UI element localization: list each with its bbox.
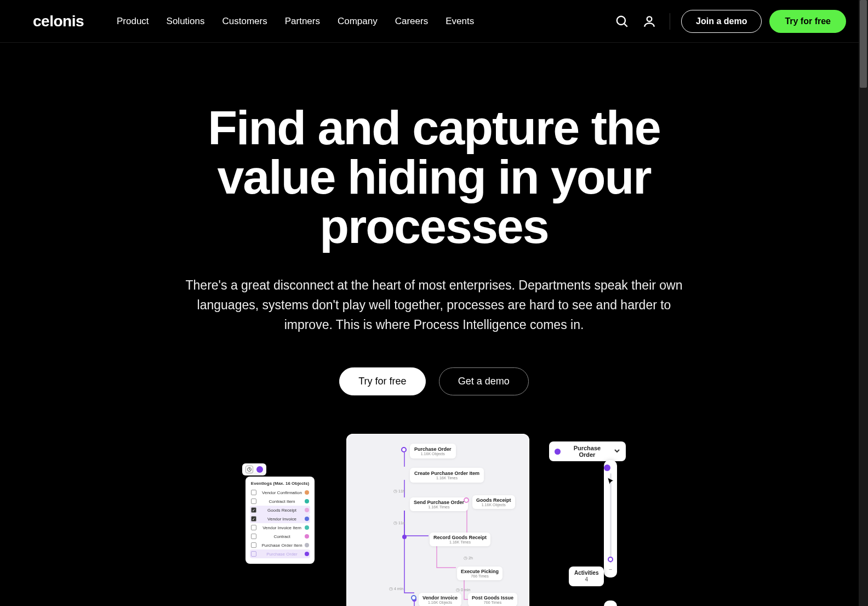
- activities-count-pill: Activities 4: [569, 567, 604, 586]
- node-title: Send Purchase Order: [414, 500, 464, 505]
- chevron-down-icon: [614, 448, 620, 455]
- eventlog-label: Contract: [259, 534, 305, 539]
- flow-node[interactable]: Post Goods Issue 766 Times: [468, 593, 517, 606]
- hero-headline: Find and capture the value hiding in you…: [146, 103, 722, 251]
- node-sub: 766 Times: [472, 601, 513, 604]
- node-sub: 1.16K Times: [433, 540, 487, 544]
- start-node-icon: [411, 595, 416, 601]
- eventlog-label: Goods Receipt: [259, 508, 305, 513]
- flow-node[interactable]: Execute Picking 766 Times: [457, 567, 502, 580]
- hero-get-demo-button[interactable]: Get a demo: [439, 367, 529, 395]
- node-sub: 1.16K Times: [414, 476, 479, 480]
- eventlog-row[interactable]: Contract Item: [250, 497, 310, 506]
- top-nav: celonis Product Solutions Customers Part…: [0, 0, 868, 43]
- node-title: Vendor Invoice: [422, 595, 458, 601]
- filter-icon[interactable]: [245, 466, 253, 473]
- eventlog-row[interactable]: Contract: [250, 532, 310, 541]
- hero-subhead: There's a great disconnect at the heart …: [179, 276, 689, 335]
- eventlog-row[interactable]: Vendor Invoice Item: [250, 523, 310, 532]
- eventlogs-header: [242, 463, 266, 475]
- slider-track[interactable]: [610, 473, 612, 563]
- color-dot: [305, 552, 309, 556]
- eventlog-row[interactable]: Purchase Order: [250, 550, 310, 558]
- nav-partners[interactable]: Partners: [285, 16, 320, 27]
- divider: [670, 13, 670, 30]
- nav-icons: [615, 14, 656, 29]
- nav-customers[interactable]: Customers: [222, 16, 267, 27]
- node-title: Create Purchase Order Item: [414, 471, 479, 476]
- flow-node[interactable]: Goods Receipt 1.16K Objects: [472, 495, 515, 509]
- nav-company[interactable]: Company: [338, 16, 378, 27]
- color-dot: [305, 534, 309, 539]
- color-dot: [305, 499, 309, 503]
- nav-links: Product Solutions Customers Partners Com…: [117, 16, 474, 27]
- flow-node[interactable]: Vendor Invoice 1.16K Objects: [419, 593, 461, 606]
- hero-ctas: Try for free Get a demo: [0, 367, 868, 395]
- hero: Find and capture the value hiding in you…: [0, 43, 868, 606]
- color-dot: [305, 517, 309, 521]
- svg-point-0: [617, 16, 625, 24]
- svg-line-1: [624, 24, 627, 26]
- eventlogs-title: Eventlogs (Max. 16 Objects): [250, 481, 310, 486]
- edge-duration: 11d: [393, 520, 405, 525]
- start-node-icon: [464, 497, 469, 503]
- node-sub: 1.16K Objects: [422, 601, 458, 604]
- brand-logo[interactable]: celonis: [33, 13, 84, 30]
- eventlog-row[interactable]: Vendor Invoice: [250, 514, 310, 523]
- edge-duration: 11h: [393, 489, 405, 494]
- slider-minus-icon[interactable]: −: [607, 565, 614, 573]
- flow-node[interactable]: Create Purchase Order Item 1.16K Times: [410, 468, 484, 483]
- object-color-dot: [256, 466, 263, 473]
- nav-events[interactable]: Events: [446, 16, 474, 27]
- page-scrollbar[interactable]: [859, 0, 868, 606]
- svg-point-2: [647, 16, 652, 21]
- node-sub: 1.16K Objects: [476, 503, 511, 507]
- dropdown-value: Purchase Order: [565, 445, 609, 458]
- flow-node[interactable]: Record Goods Receipt 1.16K Times: [430, 533, 490, 546]
- node-title: Post Goods Issue: [472, 595, 513, 601]
- slider-handle[interactable]: [608, 557, 613, 562]
- node-sub: 1.16K Objects: [414, 452, 452, 456]
- node-title: Purchase Order: [414, 446, 452, 452]
- product-mockup: Eventlogs (Max. 16 Objects) Vendor Confi…: [242, 432, 626, 606]
- node-sub: 766 Times: [461, 574, 499, 578]
- zoom-slider[interactable]: ↓ + −: [604, 601, 617, 606]
- flow-node[interactable]: Send Purchase Order 1.16K Times: [410, 497, 468, 511]
- cursor-icon: [606, 477, 616, 486]
- object-type-dropdown[interactable]: Purchase Order: [549, 441, 626, 461]
- eventlog-row[interactable]: Purchase Order Item: [250, 541, 310, 550]
- nav-solutions[interactable]: Solutions: [167, 16, 205, 27]
- color-dot: [305, 490, 309, 495]
- node-title: Record Goods Receipt: [433, 535, 487, 540]
- hero-try-free-button[interactable]: Try for free: [339, 367, 425, 395]
- node-title: Execute Picking: [461, 569, 499, 574]
- svg-line-5: [249, 469, 250, 470]
- activities-value: 4: [574, 576, 598, 583]
- eventlogs-panel: Eventlogs (Max. 16 Objects) Vendor Confi…: [245, 477, 315, 564]
- purple-dot-icon: [555, 449, 561, 455]
- flow-node[interactable]: Purchase Order 1.16K Objects: [410, 444, 456, 458]
- eventlog-label: Purchase Order: [259, 552, 305, 557]
- flow-edges: [346, 434, 529, 606]
- eventlog-row[interactable]: Goods Receipt: [250, 506, 310, 514]
- join-demo-button[interactable]: Join a demo: [681, 10, 762, 33]
- eventlog-label: Vendor Invoice: [259, 517, 305, 522]
- color-dot: [305, 525, 309, 530]
- scrollbar-thumb[interactable]: [860, 0, 867, 88]
- edge-duration: 0 min: [456, 587, 470, 592]
- color-dot: [305, 543, 309, 547]
- edge-duration: 4 min: [389, 586, 403, 591]
- svg-point-6: [402, 535, 407, 539]
- eventlog-label: Vendor Confirmation: [259, 490, 305, 495]
- nav-product[interactable]: Product: [117, 16, 149, 27]
- eventlog-row[interactable]: Vendor Confirmation: [250, 488, 310, 497]
- edge-duration: 2h: [464, 556, 473, 560]
- account-icon[interactable]: [642, 14, 656, 29]
- search-icon[interactable]: [615, 14, 629, 29]
- nav-careers[interactable]: Careers: [395, 16, 428, 27]
- try-free-button[interactable]: Try for free: [769, 10, 846, 33]
- slider-top-dot-icon: [604, 465, 610, 471]
- node-sub: 1.16K Times: [414, 505, 464, 509]
- eventlog-label: Contract Item: [259, 499, 305, 504]
- process-flow-panel: Purchase Order 1.16K Objects Create Purc…: [346, 434, 529, 606]
